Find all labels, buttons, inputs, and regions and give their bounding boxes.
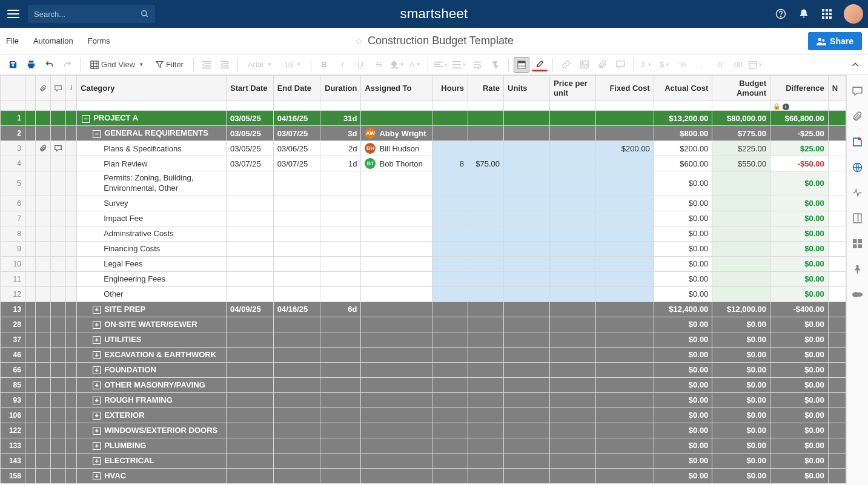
- row-number[interactable]: 3: [1, 141, 25, 156]
- percent-icon[interactable]: %: [675, 57, 691, 73]
- cell-ppu[interactable]: [550, 171, 596, 196]
- cell-budget[interactable]: $550.00: [712, 156, 770, 171]
- menu-icon[interactable]: [5, 5, 22, 22]
- row-attach[interactable]: [36, 332, 51, 347]
- cell-diff[interactable]: $0.00: [770, 271, 829, 286]
- cell-actual[interactable]: $0.00: [654, 392, 712, 407]
- expand-icon[interactable]: +: [93, 336, 101, 344]
- text-color-icon[interactable]: A▼: [407, 57, 423, 73]
- cell-notes[interactable]: [828, 156, 846, 171]
- cell-rate[interactable]: [468, 317, 503, 332]
- header-attach-icon[interactable]: [36, 76, 51, 101]
- row-comment[interactable]: [51, 347, 66, 362]
- print-icon[interactable]: [23, 57, 39, 73]
- row-number[interactable]: 11: [1, 271, 25, 286]
- underline-icon[interactable]: U: [353, 57, 368, 73]
- cell-start[interactable]: 03/05/25: [227, 126, 274, 141]
- cell-assigned[interactable]: AWAbby Wright: [361, 126, 432, 141]
- cell-fixed[interactable]: [596, 362, 654, 377]
- grid-row[interactable]: 3Plans & Specifications03/05/2503/06/252…: [1, 141, 846, 156]
- cell-fixed[interactable]: [596, 347, 654, 362]
- share-button[interactable]: Share: [808, 32, 862, 50]
- cell-ppu[interactable]: [550, 377, 596, 392]
- cell-hours[interactable]: [432, 256, 468, 271]
- cell-hours[interactable]: [432, 302, 468, 317]
- cell-units[interactable]: [504, 377, 550, 392]
- cell-units[interactable]: [504, 241, 550, 256]
- cell-notes[interactable]: [828, 407, 846, 423]
- cell-budget[interactable]: $0.00: [712, 423, 770, 438]
- cell-assigned[interactable]: [361, 196, 432, 211]
- cell-actual[interactable]: $200.00: [654, 141, 712, 156]
- cell-duration[interactable]: 6d: [320, 302, 361, 317]
- header-fixed[interactable]: Fixed Cost: [596, 76, 654, 101]
- cell-ppu[interactable]: [550, 407, 596, 423]
- cell-ppu[interactable]: [550, 317, 596, 332]
- row-comment[interactable]: [51, 126, 66, 141]
- row-comment[interactable]: [51, 256, 66, 271]
- cell-budget[interactable]: $0.00: [712, 453, 770, 468]
- cell-units[interactable]: [504, 141, 550, 156]
- cell-diff[interactable]: -$400.00: [770, 302, 829, 317]
- cell-duration[interactable]: [320, 241, 361, 256]
- cell-start[interactable]: [227, 392, 274, 407]
- row-attach[interactable]: [36, 392, 51, 407]
- grid-row[interactable]: 2−GENERAL REQUIREMENTS03/05/2503/07/253d…: [1, 126, 846, 141]
- cell-hours[interactable]: [432, 241, 468, 256]
- row-comment[interactable]: [51, 423, 66, 438]
- cell-assigned[interactable]: [361, 317, 432, 332]
- cell-fixed[interactable]: [596, 302, 654, 317]
- outdent-icon[interactable]: [199, 57, 214, 73]
- row-comment[interactable]: [51, 407, 66, 423]
- cell-rate[interactable]: [468, 241, 503, 256]
- cell-category[interactable]: +EXCAVATION & EARTHWORK: [77, 347, 227, 362]
- cell-fixed[interactable]: [596, 126, 654, 141]
- cell-start[interactable]: [227, 286, 274, 302]
- row-attach[interactable]: [36, 407, 51, 423]
- expand-icon[interactable]: −: [93, 130, 101, 138]
- cell-rate[interactable]: [468, 286, 503, 302]
- row-number[interactable]: 13: [1, 302, 25, 317]
- cell-category[interactable]: Plan Review: [77, 156, 227, 171]
- cell-start[interactable]: [227, 332, 274, 347]
- decrease-decimal-icon[interactable]: .0: [711, 57, 727, 73]
- row-comment[interactable]: [51, 171, 66, 196]
- row-attach[interactable]: [36, 377, 51, 392]
- cell-budget[interactable]: $225.00: [712, 141, 770, 156]
- cell-category[interactable]: +HVAC: [77, 468, 227, 483]
- align-left-icon[interactable]: ▼: [433, 57, 449, 73]
- cell-fixed[interactable]: [596, 286, 654, 302]
- cell-actual[interactable]: $0.00: [654, 241, 712, 256]
- row-number[interactable]: 10: [1, 256, 25, 271]
- cell-diff[interactable]: $0.00: [770, 211, 829, 226]
- cell-fixed[interactable]: [596, 171, 654, 196]
- row-comment[interactable]: [51, 286, 66, 302]
- row-attach[interactable]: [36, 256, 51, 271]
- work-apps-icon[interactable]: [852, 237, 864, 249]
- cell-budget[interactable]: $0.00: [712, 362, 770, 377]
- cell-hours[interactable]: [432, 453, 468, 468]
- cell-ppu[interactable]: [550, 196, 596, 211]
- cell-fixed[interactable]: [596, 226, 654, 241]
- cell-end[interactable]: [273, 256, 320, 271]
- cell-actual[interactable]: $0.00: [654, 286, 712, 302]
- cell-category[interactable]: +ELECTRICAL: [77, 453, 227, 468]
- cell-diff[interactable]: $0.00: [770, 241, 829, 256]
- cell-end[interactable]: [273, 226, 320, 241]
- cell-start[interactable]: [227, 196, 274, 211]
- row-number[interactable]: 122: [1, 423, 25, 438]
- cell-duration[interactable]: [320, 392, 361, 407]
- cell-notes[interactable]: [828, 126, 846, 141]
- row-comment[interactable]: [51, 317, 66, 332]
- cell-notes[interactable]: [828, 241, 846, 256]
- cell-rate[interactable]: [468, 171, 503, 196]
- cell-category[interactable]: Impact Fee: [77, 211, 227, 226]
- cell-fixed[interactable]: [596, 211, 654, 226]
- cell-assigned[interactable]: [361, 453, 432, 468]
- cell-budget[interactable]: $0.00: [712, 317, 770, 332]
- cell-ppu[interactable]: [550, 256, 596, 271]
- cell-fixed[interactable]: $200.00: [596, 141, 654, 156]
- cell-notes[interactable]: [828, 211, 846, 226]
- cell-rate[interactable]: [468, 211, 503, 226]
- cell-rate[interactable]: [468, 362, 503, 377]
